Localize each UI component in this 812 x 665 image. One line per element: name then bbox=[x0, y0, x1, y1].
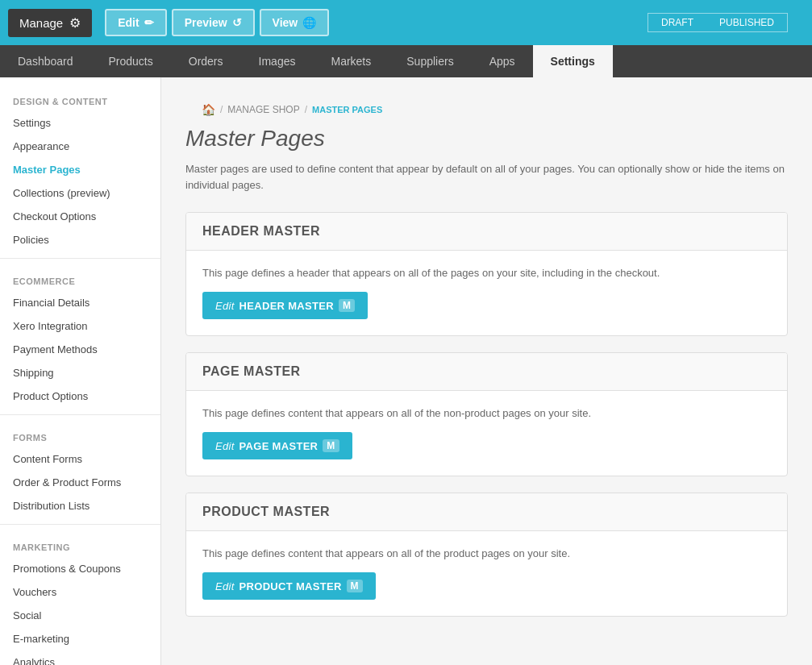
sidebar-item-payment-methods[interactable]: Payment Methods bbox=[0, 338, 160, 361]
sidebar-item-promotions-coupons[interactable]: Promotions & Coupons bbox=[0, 557, 160, 580]
view-button[interactable]: View 🌐 bbox=[260, 9, 330, 36]
product-master-btn-label: PRODUCT MASTER bbox=[239, 580, 342, 592]
sidebar-item-analytics[interactable]: Analytics bbox=[0, 650, 160, 665]
page-master-desc: This page defines content that appears o… bbox=[202, 407, 771, 419]
edit-label: Edit bbox=[118, 16, 139, 29]
nav-item-settings[interactable]: Settings bbox=[533, 45, 613, 77]
nav-item-orders[interactable]: Orders bbox=[171, 45, 241, 77]
preview-button[interactable]: Preview ↺ bbox=[172, 9, 255, 36]
manage-button[interactable]: Manage ⚙ bbox=[8, 9, 92, 37]
edit-text-3: Edit bbox=[215, 580, 235, 592]
product-master-body: This page defines content that appears o… bbox=[186, 531, 787, 616]
sidebar-item-social[interactable]: Social bbox=[0, 604, 160, 627]
nav-item-products[interactable]: Products bbox=[91, 45, 171, 77]
sidebar-item-e-marketing[interactable]: E-marketing bbox=[0, 627, 160, 650]
product-master-title: PRODUCT MASTER bbox=[186, 493, 787, 531]
page-master-title: PAGE MASTER bbox=[186, 353, 787, 391]
sidebar-item-shipping[interactable]: Shipping bbox=[0, 361, 160, 384]
header-master-btn-label: HEADER MASTER bbox=[239, 300, 334, 312]
sidebar-divider-1 bbox=[0, 258, 160, 259]
header-master-desc: This page defines a header that appears … bbox=[202, 267, 771, 279]
product-master-desc: This page defines content that appears o… bbox=[202, 547, 771, 559]
sidebar-item-distribution-lists[interactable]: Distribution Lists bbox=[0, 494, 160, 517]
edit-product-master-button[interactable]: Edit PRODUCT MASTER M bbox=[202, 572, 376, 600]
sidebar-divider-2 bbox=[0, 414, 160, 415]
sidebar-section-ecommerce: Ecommerce bbox=[0, 265, 160, 291]
edit-header-master-button[interactable]: Edit HEADER MASTER M bbox=[202, 292, 368, 319]
globe-icon: 🌐 bbox=[302, 16, 316, 29]
home-icon[interactable]: 🏠 bbox=[202, 103, 215, 116]
main-layout: Design & Content Settings Appearance Mas… bbox=[0, 77, 812, 665]
sidebar-divider-3 bbox=[0, 524, 160, 525]
edit-button[interactable]: Edit ✏ bbox=[105, 9, 166, 36]
preview-label: Preview bbox=[185, 16, 227, 29]
published-status: PUBLISHED bbox=[706, 13, 788, 32]
top-bar: Manage ⚙ Edit ✏ Preview ↺ View 🌐 DRAFT P… bbox=[0, 0, 812, 45]
sidebar-item-policies[interactable]: Policies bbox=[0, 228, 160, 251]
product-master-card: PRODUCT MASTER This page defines content… bbox=[185, 493, 788, 617]
nav-item-suppliers[interactable]: Suppliers bbox=[389, 45, 471, 77]
header-master-card: HEADER MASTER This page defines a header… bbox=[185, 212, 788, 336]
top-bar-actions: Edit ✏ Preview ↺ View 🌐 bbox=[105, 9, 329, 36]
edit-icon: ✏ bbox=[144, 16, 154, 29]
sidebar: Design & Content Settings Appearance Mas… bbox=[0, 77, 161, 665]
view-label: View bbox=[273, 16, 298, 29]
sidebar-item-settings[interactable]: Settings bbox=[0, 111, 160, 135]
sidebar-item-xero-integration[interactable]: Xero Integration bbox=[0, 314, 160, 338]
page-description: Master pages are used to define content … bbox=[185, 161, 788, 193]
m-badge-page: M bbox=[323, 439, 339, 452]
edit-page-master-button[interactable]: Edit PAGE MASTER M bbox=[202, 432, 352, 459]
manage-label: Manage bbox=[19, 16, 63, 30]
sidebar-item-master-pages[interactable]: Master Pages bbox=[0, 158, 160, 181]
nav-item-dashboard[interactable]: Dashboard bbox=[0, 45, 91, 77]
sidebar-item-collections[interactable]: Collections (preview) bbox=[0, 181, 160, 205]
nav-item-markets[interactable]: Markets bbox=[313, 45, 389, 77]
sidebar-item-financial-details[interactable]: Financial Details bbox=[0, 291, 160, 314]
gear-icon: ⚙ bbox=[69, 15, 81, 31]
breadcrumb-manage-shop: MANAGE SHOP bbox=[227, 104, 299, 115]
breadcrumb-current: MASTER PAGES bbox=[312, 105, 382, 114]
page-master-btn-label: PAGE MASTER bbox=[239, 440, 319, 452]
sidebar-section-marketing: Marketing bbox=[0, 531, 160, 557]
header-master-title: HEADER MASTER bbox=[186, 213, 787, 251]
sidebar-item-appearance[interactable]: Appearance bbox=[0, 135, 160, 158]
draft-published-status: DRAFT PUBLISHED bbox=[648, 13, 788, 32]
breadcrumb-sep-1: / bbox=[220, 104, 223, 115]
page-master-card: PAGE MASTER This page defines content th… bbox=[185, 352, 788, 476]
draft-status: DRAFT bbox=[648, 13, 706, 32]
m-badge-header: M bbox=[339, 299, 355, 312]
page-master-body: This page defines content that appears o… bbox=[186, 391, 787, 476]
nav-item-apps[interactable]: Apps bbox=[472, 45, 533, 77]
preview-icon: ↺ bbox=[232, 16, 242, 29]
nav-item-images[interactable]: Images bbox=[241, 45, 314, 77]
sidebar-item-order-product-forms[interactable]: Order & Product Forms bbox=[0, 471, 160, 494]
breadcrumb-sep-2: / bbox=[305, 104, 307, 115]
main-content: 🏠 / MANAGE SHOP / MASTER PAGES Master Pa… bbox=[161, 77, 812, 665]
sidebar-item-content-forms[interactable]: Content Forms bbox=[0, 447, 160, 471]
nav-bar: Dashboard Products Orders Images Markets… bbox=[0, 45, 812, 77]
edit-text-2: Edit bbox=[215, 440, 235, 452]
header-master-body: This page defines a header that appears … bbox=[186, 251, 787, 335]
m-badge-product: M bbox=[347, 580, 363, 592]
breadcrumb: 🏠 / MANAGE SHOP / MASTER PAGES bbox=[185, 94, 788, 126]
page-title: Master Pages bbox=[185, 126, 788, 152]
sidebar-item-vouchers[interactable]: Vouchers bbox=[0, 580, 160, 604]
sidebar-section-design: Design & Content bbox=[0, 85, 160, 111]
sidebar-section-forms: Forms bbox=[0, 422, 160, 447]
edit-text: Edit bbox=[215, 300, 235, 312]
sidebar-item-checkout-options[interactable]: Checkout Options bbox=[0, 205, 160, 228]
sidebar-item-product-options[interactable]: Product Options bbox=[0, 384, 160, 408]
